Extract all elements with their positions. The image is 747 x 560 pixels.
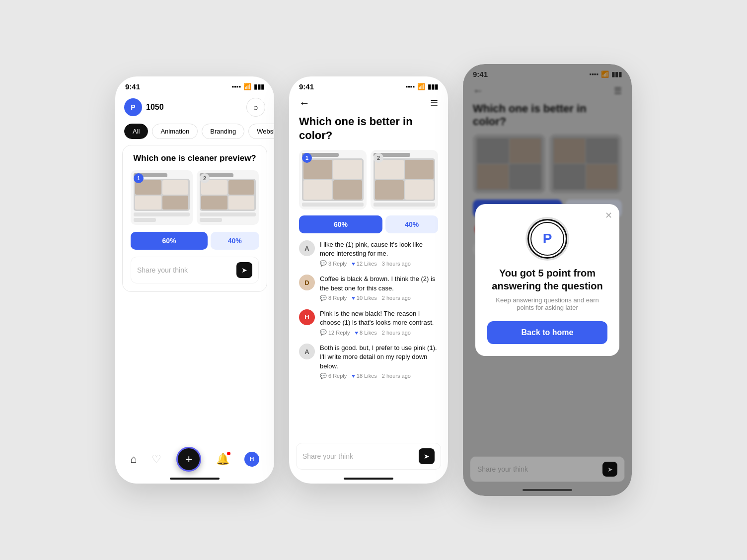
reply-count-3[interactable]: 💬 12 Reply [320, 329, 350, 336]
share-input-p2[interactable]: Share your think ➤ [296, 443, 441, 470]
image-options: 1 2 [131, 170, 259, 225]
reply-count-2[interactable]: 💬 8 Reply [320, 295, 347, 301]
status-icons-1: ▪▪▪▪ 📶 ▮▮▮ [232, 83, 264, 90]
phone2-body: Which one is better in color? 1 [289, 115, 448, 379]
heart-icon-3: ♥ [355, 330, 358, 336]
like-count-3[interactable]: ♥ 8 Likes [355, 330, 376, 336]
back-button-p2[interactable]: ← [299, 97, 310, 110]
modal-close-button[interactable]: ✕ [605, 210, 612, 221]
like-count-2[interactable]: ♥ 10 Likes [352, 295, 377, 301]
comment-list-p2: A I like the (1) pink, cause it's look l… [299, 240, 438, 379]
comment-icon-3: 💬 [320, 329, 327, 336]
option-number-2: 2 [200, 173, 210, 183]
comment-meta-2: 💬 8 Reply ♥ 10 Likes 2 hours ago [320, 295, 438, 301]
time-1: 3 hours ago [382, 261, 411, 267]
wifi-icon: 📶 [243, 83, 251, 90]
heart-icon-4: ♥ [352, 373, 355, 379]
option-1-image[interactable]: 1 [131, 170, 193, 225]
tab-branding[interactable]: Branding [202, 124, 244, 139]
modal-title: You got 5 point from answering the quest… [487, 267, 607, 292]
modal-p-initial: P [543, 231, 552, 247]
signal-icon-p2: ▪▪▪▪ [406, 83, 415, 90]
comment-text-2: Coffee is black & brown. I think the (2)… [320, 275, 438, 292]
home-indicator-p2 [344, 478, 393, 480]
points-badge: P 1050 [124, 98, 164, 116]
points-modal: ✕ P You got 5 point from answering the q… [475, 204, 619, 356]
comment-text-3: Pink is the new black! The reason I choo… [320, 309, 438, 327]
status-bar-1: 9:41 ▪▪▪▪ 📶 ▮▮▮ [115, 76, 274, 94]
send-icon-p2: ➤ [424, 452, 430, 460]
like-count-1[interactable]: ♥ 12 Likes [352, 261, 377, 267]
heart-nav-icon[interactable]: ♡ [151, 453, 161, 466]
comment-meta-4: 💬 6 Reply ♥ 18 Likes 2 hours ago [320, 373, 438, 379]
status-time-1: 9:41 [125, 82, 140, 91]
send-button-p1[interactable]: ➤ [236, 262, 252, 278]
vote-bars-1: 60% 40% [131, 232, 259, 250]
time-3: 2 hours ago [382, 330, 411, 336]
comment-icon-4: 💬 [320, 373, 327, 379]
add-fab-button[interactable]: + [176, 447, 201, 472]
comment-1: A I like the (1) pink, cause it's look l… [299, 240, 438, 267]
comment-body-4: Both is good. but, I prefer to use pink … [320, 344, 438, 379]
reply-count-1[interactable]: 💬 3 Reply [320, 260, 347, 267]
user-nav-avatar[interactable]: H [244, 452, 259, 467]
points-value: 1050 [146, 103, 164, 112]
back-to-home-button[interactable]: Back to home [487, 321, 607, 344]
comment-icon-1: 💬 [320, 260, 327, 267]
option-1-p2[interactable]: 1 [299, 150, 367, 210]
reply-count-4[interactable]: 💬 6 Reply [320, 373, 347, 379]
signal-icon: ▪▪▪▪ [232, 83, 241, 90]
opt-num-1-p2: 1 [302, 153, 312, 163]
comment-avatar-a4: A [299, 344, 315, 359]
modal-avatar-inner: P [530, 222, 564, 256]
modal-avatar-ring: P [527, 219, 567, 259]
user-avatar-p1: P [124, 98, 142, 116]
modal-subtitle: Keep answering questions and earn points… [487, 296, 607, 311]
filter-tabs: All Animation Branding Website [115, 122, 274, 145]
comment-body-2: Coffee is black & brown. I think the (2)… [320, 275, 438, 301]
comment-2: D Coffee is black & brown. I think the (… [299, 275, 438, 301]
comment-icon-2: 💬 [320, 295, 327, 301]
battery-icon-p2: ▮▮▮ [428, 83, 438, 90]
bell-nav-icon[interactable]: 🔔 [216, 453, 229, 466]
comment-avatar-a1: A [299, 240, 315, 256]
vote-60-p2[interactable]: 60% [299, 215, 382, 233]
status-time-2: 9:41 [299, 82, 314, 91]
tab-website[interactable]: Website [248, 124, 274, 139]
comment-text-4: Both is good. but, I prefer to use pink … [320, 344, 438, 371]
share-input-p1[interactable]: Share your think ➤ [131, 257, 259, 283]
home-indicator-p1 [170, 478, 220, 480]
home-nav-icon[interactable]: ⌂ [130, 453, 137, 466]
vote-bar-60-p1[interactable]: 60% [131, 232, 208, 250]
option-2-p2[interactable]: 2 [371, 150, 438, 210]
tab-animation[interactable]: Animation [152, 124, 198, 139]
question-title-p2: Which one is better in color? [299, 115, 438, 142]
image-options-p2: 1 2 [299, 150, 438, 210]
bottom-nav-p1: ⌂ ♡ + 🔔 H [115, 439, 274, 484]
status-bar-2: 9:41 ▪▪▪▪ 📶 ▮▮▮ [289, 76, 448, 94]
option-2-image[interactable]: 2 [197, 170, 259, 225]
option-number-1: 1 [134, 173, 144, 183]
vote-40-p2[interactable]: 40% [385, 215, 438, 233]
modal-overlay: ✕ P You got 5 point from answering the q… [463, 64, 632, 496]
send-button-p2[interactable]: ➤ [419, 448, 435, 464]
share-placeholder-p2: Share your think [302, 452, 353, 460]
like-count-4[interactable]: ♥ 18 Likes [352, 373, 377, 379]
phone-1: 9:41 ▪▪▪▪ 📶 ▮▮▮ P 1050 ⌕ All Animation B… [115, 76, 274, 484]
comment-body-1: I like the (1) pink, cause it's look lik… [320, 240, 438, 267]
wifi-icon-p2: 📶 [417, 83, 425, 90]
card-title-1: Which one is cleaner preview? [131, 153, 259, 163]
vote-bars-p2: 60% 40% [299, 215, 438, 233]
search-button[interactable]: ⌕ [246, 98, 265, 117]
tab-all[interactable]: All [124, 124, 148, 139]
time-4: 2 hours ago [382, 373, 411, 379]
send-icon: ➤ [241, 266, 247, 274]
menu-button-p2[interactable]: ☰ [430, 98, 438, 109]
comment-text-1: I like the (1) pink, cause it's look lik… [320, 240, 438, 258]
heart-icon-2: ♥ [352, 295, 355, 301]
opt-num-2-p2: 2 [374, 153, 383, 163]
comment-meta-1: 💬 3 Reply ♥ 12 Likes 3 hours ago [320, 260, 438, 267]
vote-bar-40-p1[interactable]: 40% [211, 232, 259, 250]
comment-avatar-d: D [299, 275, 315, 290]
comment-meta-3: 💬 12 Reply ♥ 8 Likes 2 hours ago [320, 329, 438, 336]
